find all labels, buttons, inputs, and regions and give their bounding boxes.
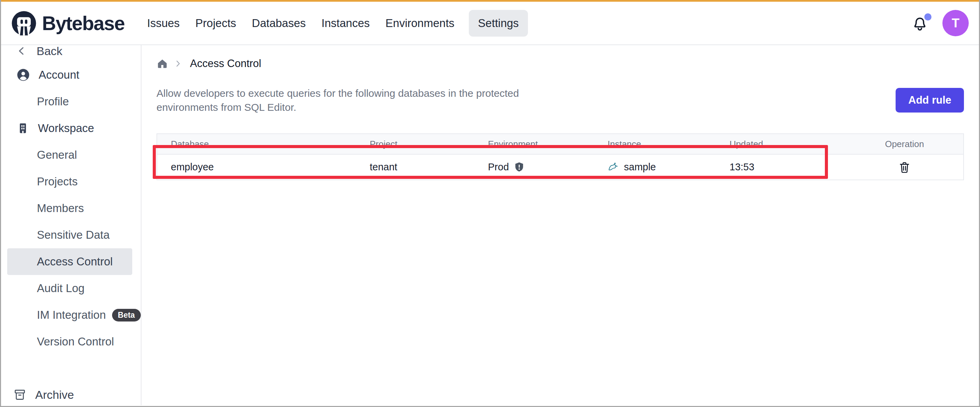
cell-instance: sample: [608, 161, 730, 173]
sidebar-item-label: Sensitive Data: [37, 228, 110, 241]
sidebar-item-label: Access Control: [37, 255, 113, 268]
add-rule-button[interactable]: Add rule: [896, 88, 964, 113]
sidebar-item-im-integration[interactable]: IM Integration Beta: [1, 302, 141, 328]
column-header-operation: Operation: [846, 139, 963, 150]
archive-box-icon: [13, 388, 26, 401]
cell-project: tenant: [370, 161, 488, 173]
chevron-right-icon: [173, 59, 183, 68]
home-icon: [156, 58, 168, 69]
back-button[interactable]: Back: [1, 45, 141, 62]
main-nav: Issues Projects Databases Instances Envi…: [146, 10, 528, 37]
sidebar-item-label: General: [37, 148, 77, 161]
notifications-button[interactable]: [912, 14, 929, 32]
notification-badge: [924, 13, 931, 21]
sidebar-item-version-control[interactable]: Version Control: [1, 328, 141, 355]
building-icon: [17, 122, 29, 134]
section-label-account: Account: [38, 69, 79, 81]
table-header: Database Project Environment Instance Up…: [157, 134, 963, 155]
sidebar-item-access-control[interactable]: Access Control: [7, 248, 132, 275]
sidebar-item-profile[interactable]: Profile: [1, 88, 141, 115]
mysql-icon: [608, 161, 619, 173]
page-description: Allow developers to execute queries for …: [156, 86, 522, 114]
cell-operation: [846, 159, 963, 176]
top-navbar: Bytebase Issues Projects Databases Insta…: [1, 2, 979, 45]
sidebar-item-label: Profile: [37, 95, 69, 108]
sidebar-item-archive[interactable]: Archive: [1, 381, 141, 405]
nav-item-instances[interactable]: Instances: [320, 10, 371, 37]
cell-environment: Prod: [488, 161, 608, 173]
column-header-instance: Instance: [608, 139, 730, 150]
cell-database: employee: [157, 161, 370, 173]
beta-badge: Beta: [112, 309, 141, 321]
sidebar-item-members[interactable]: Members: [1, 195, 141, 222]
sidebar-item-label: Version Control: [37, 335, 114, 348]
column-header-database: Database: [157, 139, 370, 150]
sidebar-section-workspace: Workspace: [1, 115, 141, 142]
nav-item-environments[interactable]: Environments: [384, 10, 456, 37]
archive-label: Archive: [35, 388, 74, 402]
column-header-project: Project: [370, 139, 488, 150]
user-circle-icon: [17, 69, 30, 81]
breadcrumb: Access Control: [156, 56, 964, 72]
access-rules-table: Database Project Environment Instance Up…: [156, 133, 964, 180]
bytebase-logo-icon: [11, 11, 37, 36]
table-row: employee tenant Prod sa: [157, 155, 963, 180]
nav-item-issues[interactable]: Issues: [146, 10, 181, 37]
sidebar-item-label: IM Integration: [37, 308, 106, 321]
brand-logo[interactable]: Bytebase: [11, 11, 124, 36]
back-label: Back: [37, 45, 62, 58]
chevron-left-icon: [17, 46, 27, 56]
sidebar-item-projects[interactable]: Projects: [1, 168, 141, 195]
sidebar-item-label: Projects: [37, 175, 78, 188]
cell-updated: 13:53: [730, 161, 846, 173]
nav-item-projects[interactable]: Projects: [194, 10, 237, 37]
brand-wordmark: Bytebase: [42, 12, 124, 35]
sidebar-item-label: Members: [37, 202, 84, 215]
sidebar-section-account: Account: [1, 62, 141, 88]
breadcrumb-current: Access Control: [190, 57, 261, 70]
navbar-right: T: [912, 10, 969, 36]
trash-icon: [898, 161, 911, 173]
shield-exclamation-icon: [514, 161, 525, 173]
settings-sidebar: Back Account Profile Workspace: [1, 45, 142, 405]
sidebar-item-label: Audit Log: [37, 282, 84, 295]
nav-item-settings[interactable]: Settings: [469, 10, 528, 37]
column-header-environment: Environment: [488, 139, 608, 150]
access-control-page: Access Control Allow developers to execu…: [142, 45, 979, 405]
column-header-updated: Updated: [730, 139, 846, 150]
environment-label: Prod: [488, 161, 509, 173]
avatar[interactable]: T: [942, 10, 969, 36]
nav-item-databases[interactable]: Databases: [250, 10, 307, 37]
sidebar-item-sensitive-data[interactable]: Sensitive Data: [1, 222, 141, 248]
delete-rule-button[interactable]: [896, 159, 913, 176]
breadcrumb-home[interactable]: [156, 58, 168, 69]
section-label-workspace: Workspace: [38, 122, 94, 135]
sidebar-item-general[interactable]: General: [1, 142, 141, 168]
instance-label: sample: [624, 161, 656, 173]
sidebar-item-audit-log[interactable]: Audit Log: [1, 275, 141, 302]
